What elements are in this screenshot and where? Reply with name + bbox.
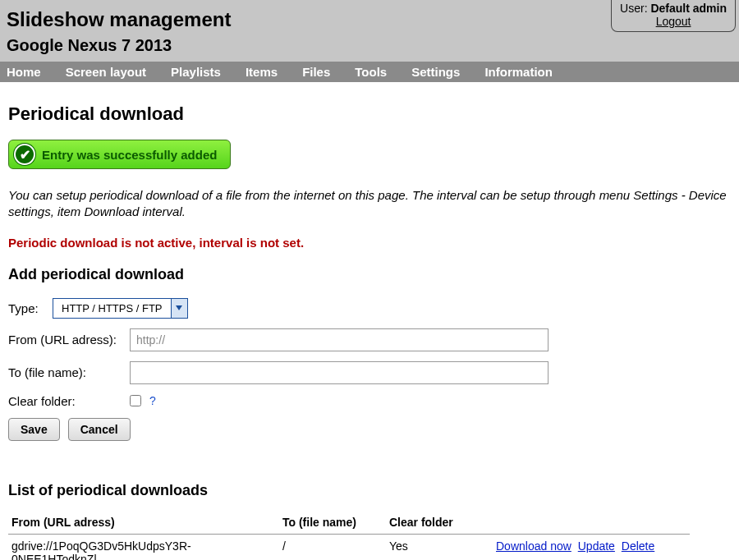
nav-screen-layout[interactable]: Screen layout	[66, 65, 146, 79]
to-label: To (file name):	[8, 365, 123, 379]
cell-actions: Download now Update Delete	[493, 534, 690, 560]
nav-files[interactable]: Files	[302, 65, 330, 79]
col-clear: Clear folder	[386, 511, 493, 535]
success-text: Entry was successfully added	[42, 148, 217, 162]
save-button[interactable]: Save	[8, 418, 60, 441]
add-section-title: Add periodical download	[8, 266, 731, 283]
download-now-link[interactable]: Download now	[496, 539, 571, 553]
cell-from: gdrive://1PoqQG3Dv5HkUdpsY3R-0NEE1HTodkn…	[8, 534, 279, 560]
type-label: Type:	[8, 301, 46, 315]
success-banner: ✔ Entry was successfully added	[8, 140, 231, 169]
type-selected-value: HTTP / HTTPS / FTP	[53, 299, 171, 318]
cell-clear: Yes	[386, 534, 493, 560]
type-select[interactable]: HTTP / HTTPS / FTP	[53, 298, 188, 319]
to-filename-input[interactable]	[130, 361, 549, 384]
nav-information[interactable]: Information	[484, 65, 553, 79]
help-icon[interactable]: ?	[149, 394, 156, 407]
list-title: List of periodical downloads	[8, 482, 731, 499]
col-actions	[493, 511, 690, 535]
cancel-button[interactable]: Cancel	[68, 418, 131, 441]
check-icon: ✔	[14, 144, 35, 165]
logout-link[interactable]: Logout	[620, 15, 727, 28]
nav-home[interactable]: Home	[7, 65, 41, 79]
warning-text: Periodic download is not active, interva…	[8, 236, 731, 250]
chevron-down-icon[interactable]	[171, 299, 187, 318]
user-box: User: Default admin Logout	[611, 0, 736, 32]
main-nav: Home Screen layout Playlists Items Files…	[0, 62, 739, 82]
nav-tools[interactable]: Tools	[355, 65, 387, 79]
from-label: From (URL adress):	[8, 333, 123, 347]
delete-link[interactable]: Delete	[622, 539, 654, 553]
nav-settings[interactable]: Settings	[411, 65, 460, 79]
user-name: Default admin	[650, 2, 727, 15]
clear-folder-checkbox[interactable]	[130, 395, 141, 406]
nav-items[interactable]: Items	[246, 65, 278, 79]
col-to: To (file name)	[279, 511, 386, 535]
table-row: gdrive://1PoqQG3Dv5HkUdpsY3R-0NEE1HTodkn…	[8, 534, 690, 560]
clear-folder-label: Clear folder:	[8, 394, 123, 408]
user-label: User:	[620, 2, 647, 15]
page-title: Periodical download	[8, 103, 731, 125]
update-link[interactable]: Update	[578, 539, 615, 553]
device-title: Google Nexus 7 2013	[7, 36, 732, 55]
downloads-table: From (URL adress) To (file name) Clear f…	[8, 511, 690, 561]
intro-text: You can setup periodical download of a f…	[8, 187, 731, 221]
cell-to: /	[279, 534, 386, 560]
col-from: From (URL adress)	[8, 511, 279, 535]
from-url-input[interactable]	[130, 328, 549, 351]
nav-playlists[interactable]: Playlists	[171, 65, 221, 79]
